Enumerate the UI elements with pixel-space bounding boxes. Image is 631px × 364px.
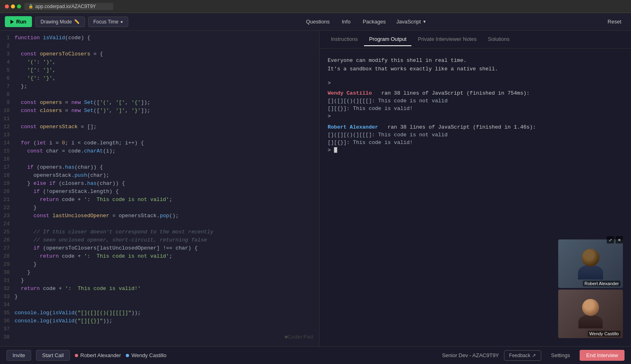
drawing-mode-button[interactable]: Drawing Mode ✏️ [35,17,85,27]
code-line: 20 if (!openersStack.length) { [0,188,319,196]
maximize-window-btn[interactable] [17,4,21,8]
output-user2-run: Robert Alexander ran 38 lines of JavaScr… [328,124,623,153]
output-prompt-2: > [328,113,623,119]
questions-button[interactable]: Questions [301,17,335,27]
bottom-bar: Invite Start Call Robert Alexander Wendy… [0,346,631,364]
code-line: 1 function isValid(code) { [0,34,319,42]
code-line: 8 [0,91,319,99]
expand-video-button[interactable]: ⤢ [607,236,614,243]
code-line: 17 if (openers.has(char)) { [0,163,319,171]
tab-program-output[interactable]: Program Output [364,33,411,46]
bottom-info: Senior Dev - AZAC9T9Y Feedback ↗ Setting… [442,350,625,361]
video-card-wendy: Wendy Castillo [558,290,623,338]
code-line: 22 } [0,204,319,212]
code-line: 4 '(': ')', [0,58,319,66]
code-line: 28 return code + ': This code is not val… [0,252,319,260]
code-line: 7 }; [0,83,319,91]
settings-button[interactable]: Settings [546,350,575,360]
output-intro: Everyone can modify this shell in real t… [328,57,623,74]
code-line: 2 [0,42,319,50]
code-line: 14 for (let i = 0; i < code.length; i++)… [0,139,319,147]
code-editor[interactable]: 1 function isValid(code) { 2 3 const ope… [0,31,320,346]
code-line: 15 const char = code.charAt(i); [0,147,319,155]
code-line: 10 const closers = new Set([')', ']', '}… [0,107,319,115]
code-line: 12 const openersStack = []; [0,123,319,131]
output-user1-line1: []([][()(][[[]: This code is not valid [328,98,623,104]
output-prompt-1: > [328,80,623,86]
output-user1-run: Wendy Castillo ran 38 lines of JavaScrip… [328,90,623,119]
output-user1-line2: [][{}]: This code is valid! [328,106,623,112]
output-user2-line2: [][{}]: This code is valid! [328,140,623,146]
code-line: 24 [0,220,319,228]
video-overlay: ⤢ ✕ [558,238,623,338]
session-info: Senior Dev - AZAC9T9Y [442,352,499,358]
browser-bar: 🔒 app.coderpad.io/AZAC9T9Y [0,0,631,13]
main-content: 1 function isValid(code) { 2 3 const ope… [0,31,631,346]
code-line: 27 if (openersToClosers[lastUnclosedOpen… [0,244,319,252]
end-interview-button[interactable]: End Interview [580,350,625,361]
right-panel: Instructions Program Output Private Inte… [320,31,631,346]
tab-solutions[interactable]: Solutions [483,33,514,46]
focus-time-label: Focus Time [93,19,119,25]
invite-button[interactable]: Invite [6,350,31,361]
circle-icon: ● [121,19,123,24]
robert-name-label: Robert Alexander [583,281,620,286]
url-text: app.coderpad.io/AZAC9T9Y [35,4,96,9]
program-output-area[interactable]: Everyone can modify this shell in real t… [320,49,631,346]
close-window-btn[interactable] [5,4,9,8]
code-line: 9 const openers = new Set(['(', '[', '{'… [0,99,319,107]
code-line: 18 openersStack.push(char); [0,171,319,180]
run-button[interactable]: Run [5,16,32,27]
output-user1-run-info: ran 38 lines of JavaScript (finished in … [375,90,529,96]
video-controls: ⤢ ✕ [607,236,623,243]
code-line: 38 [0,333,319,341]
code-line: 32 return code + ': This code is valid!' [0,285,319,293]
video-card-robert: Robert Alexander [558,239,623,288]
tab-private-notes[interactable]: Private Interviewer Notes [413,33,481,46]
output-user1-name: Wendy Castillo [328,90,372,96]
participant-dot-wendy [126,354,129,357]
focus-time-button[interactable]: Focus Time ● [88,17,128,27]
robert-avatar-head [582,249,599,267]
participant-wendy: Wendy Castillo [126,352,166,358]
output-user2-line1: []([][()(][[[]: This code is not valid [328,132,623,138]
feedback-button[interactable]: Feedback ↗ [504,350,542,361]
output-prompt-3: > █ [328,147,623,153]
minimize-window-btn[interactable] [11,4,15,8]
code-line: 34 [0,301,319,309]
packages-button[interactable]: Packages [358,17,391,27]
code-line: 35 console.log(isValid("[]([][()(][[[]]"… [0,309,319,317]
close-video-button[interactable]: ✕ [616,236,623,243]
start-call-button[interactable]: Start Call [36,350,70,361]
code-line: 37 [0,325,319,333]
lock-icon: 🔒 [28,4,33,8]
code-line: 16 [0,155,319,163]
output-user2-name: Robert Alexander [328,124,378,130]
nav-buttons: Questions Info Packages JavaScript ▼ [301,17,430,27]
robert-avatar-body [578,265,603,279]
code-line: 11 [0,115,319,123]
code-line: 25 // If this closer doesn't correspond … [0,228,319,236]
code-line: 30 } [0,269,319,277]
code-line: 6 '{': '}', [0,74,319,83]
code-line: 23 const lastUnclosedOpener = openersSta… [0,212,319,220]
participant-robert: Robert Alexander [75,352,121,358]
language-selector[interactable]: JavaScript ▼ [393,17,430,27]
drawing-mode-label: Drawing Mode [40,19,72,25]
code-line: 21 return code + ': This code is not val… [0,196,319,204]
external-link-icon: ↗ [532,353,536,358]
pencil-icon: ✏️ [74,19,80,24]
code-lines: 1 function isValid(code) { 2 3 const ope… [0,31,319,345]
window-controls [5,4,21,8]
wendy-name-label: Wendy Castillo [588,331,620,336]
code-line: 33 } [0,293,319,301]
tab-instructions[interactable]: Instructions [326,33,362,46]
reset-button[interactable]: Reset [603,17,626,27]
info-button[interactable]: Info [337,17,356,27]
code-line: 5 '[': ']', [0,66,319,74]
chevron-down-icon: ▼ [422,19,426,24]
participant-dot-robert [75,354,78,357]
code-line: 36 console.log(isValid("[][{}]")); [0,317,319,325]
browser-url-bar[interactable]: 🔒 app.coderpad.io/AZAC9T9Y [24,3,113,10]
code-line: 26 // seen unclosed opener, short-circui… [0,236,319,244]
